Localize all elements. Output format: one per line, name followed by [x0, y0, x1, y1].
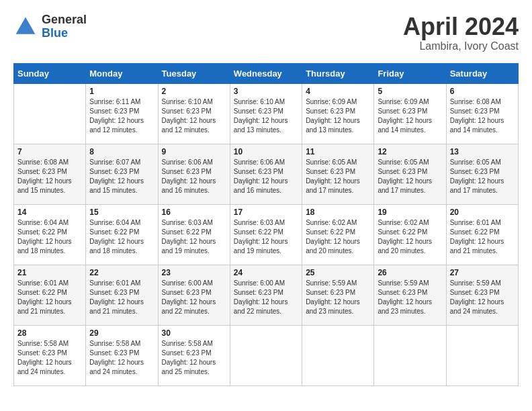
- calendar-cell: 19 Sunrise: 6:02 AMSunset: 6:22 PMDaylig…: [374, 204, 446, 265]
- page-header: General Blue April 2024 Lambira, Ivory C…: [13, 13, 519, 52]
- calendar-cell: 8 Sunrise: 6:07 AMSunset: 6:23 PMDayligh…: [86, 144, 158, 204]
- cell-info: Sunrise: 5:58 AMSunset: 6:23 PMDaylight:…: [162, 339, 226, 377]
- calendar-cell: [14, 83, 86, 144]
- cell-info: Sunrise: 6:04 AMSunset: 6:22 PMDaylight:…: [17, 218, 82, 256]
- calendar-cell: 3 Sunrise: 6:10 AMSunset: 6:23 PMDayligh…: [230, 83, 302, 144]
- cell-info: Sunrise: 6:00 AMSunset: 6:23 PMDaylight:…: [162, 279, 226, 316]
- logo-general-text: General: [42, 13, 87, 27]
- day-number: 23: [162, 268, 226, 277]
- calendar-week-5: 28 Sunrise: 5:58 AMSunset: 6:23 PMDaylig…: [14, 325, 519, 385]
- col-monday: Monday: [86, 63, 158, 83]
- calendar-cell: 4 Sunrise: 6:09 AMSunset: 6:23 PMDayligh…: [302, 83, 374, 144]
- day-number: 10: [234, 147, 298, 156]
- calendar-cell: 7 Sunrise: 6:08 AMSunset: 6:23 PMDayligh…: [14, 144, 86, 204]
- calendar-week-1: 1 Sunrise: 6:11 AMSunset: 6:23 PMDayligh…: [14, 83, 519, 144]
- day-number: 30: [162, 328, 226, 338]
- cell-info: Sunrise: 6:05 AMSunset: 6:23 PMDaylight:…: [306, 158, 370, 195]
- calendar-cell: 14 Sunrise: 6:04 AMSunset: 6:22 PMDaylig…: [14, 204, 86, 265]
- day-number: 27: [450, 268, 515, 277]
- logo: General Blue: [13, 13, 87, 40]
- cell-info: Sunrise: 5:59 AMSunset: 6:23 PMDaylight:…: [450, 279, 515, 316]
- cell-info: Sunrise: 6:02 AMSunset: 6:22 PMDaylight:…: [306, 218, 370, 256]
- day-number: 9: [162, 147, 226, 156]
- day-number: 22: [89, 268, 154, 277]
- day-number: 7: [17, 147, 82, 156]
- day-number: 25: [306, 268, 370, 277]
- calendar-cell: 30 Sunrise: 5:58 AMSunset: 6:23 PMDaylig…: [158, 325, 230, 385]
- calendar-body: 1 Sunrise: 6:11 AMSunset: 6:23 PMDayligh…: [14, 83, 519, 385]
- col-saturday: Saturday: [446, 63, 518, 83]
- svg-marker-0: [16, 17, 36, 34]
- day-number: 28: [17, 328, 82, 338]
- day-number: 29: [89, 328, 154, 338]
- cell-info: Sunrise: 6:05 AMSunset: 6:23 PMDaylight:…: [378, 158, 442, 195]
- day-number: 15: [89, 208, 154, 217]
- day-number: 18: [306, 208, 370, 217]
- calendar-cell: 2 Sunrise: 6:10 AMSunset: 6:23 PMDayligh…: [158, 83, 230, 144]
- calendar-week-4: 21 Sunrise: 6:01 AMSunset: 6:22 PMDaylig…: [14, 265, 519, 325]
- calendar-cell: 10 Sunrise: 6:06 AMSunset: 6:23 PMDaylig…: [230, 144, 302, 204]
- calendar-cell: 16 Sunrise: 6:03 AMSunset: 6:22 PMDaylig…: [158, 204, 230, 265]
- calendar-cell: 23 Sunrise: 6:00 AMSunset: 6:23 PMDaylig…: [158, 265, 230, 325]
- calendar-cell: 13 Sunrise: 6:05 AMSunset: 6:23 PMDaylig…: [446, 144, 518, 204]
- cell-info: Sunrise: 5:58 AMSunset: 6:23 PMDaylight:…: [89, 339, 154, 377]
- cell-info: Sunrise: 6:08 AMSunset: 6:23 PMDaylight:…: [17, 158, 82, 195]
- day-number: 21: [17, 268, 82, 277]
- logo-blue-text: Blue: [42, 27, 87, 40]
- calendar-cell: 1 Sunrise: 6:11 AMSunset: 6:23 PMDayligh…: [86, 83, 158, 144]
- day-number: 13: [450, 147, 515, 156]
- logo-icon: [13, 15, 38, 39]
- col-tuesday: Tuesday: [158, 63, 230, 83]
- cell-info: Sunrise: 6:09 AMSunset: 6:23 PMDaylight:…: [378, 97, 442, 135]
- calendar-cell: 12 Sunrise: 6:05 AMSunset: 6:23 PMDaylig…: [374, 144, 446, 204]
- calendar-cell: 6 Sunrise: 6:08 AMSunset: 6:23 PMDayligh…: [446, 83, 518, 144]
- calendar-cell: [230, 325, 302, 385]
- cell-info: Sunrise: 6:04 AMSunset: 6:22 PMDaylight:…: [89, 218, 154, 256]
- calendar-cell: 18 Sunrise: 6:02 AMSunset: 6:22 PMDaylig…: [302, 204, 374, 265]
- day-number: 26: [378, 268, 442, 277]
- day-number: 17: [234, 208, 298, 217]
- cell-info: Sunrise: 5:58 AMSunset: 6:23 PMDaylight:…: [17, 339, 82, 377]
- day-number: 20: [450, 208, 515, 217]
- day-number: 19: [378, 208, 442, 217]
- cell-info: Sunrise: 6:01 AMSunset: 6:22 PMDaylight:…: [450, 218, 515, 256]
- calendar-cell: 5 Sunrise: 6:09 AMSunset: 6:23 PMDayligh…: [374, 83, 446, 144]
- cell-info: Sunrise: 6:10 AMSunset: 6:23 PMDaylight:…: [162, 97, 226, 135]
- calendar-cell: 11 Sunrise: 6:05 AMSunset: 6:23 PMDaylig…: [302, 144, 374, 204]
- day-number: 1: [89, 87, 154, 96]
- calendar-week-2: 7 Sunrise: 6:08 AMSunset: 6:23 PMDayligh…: [14, 144, 519, 204]
- cell-info: Sunrise: 6:01 AMSunset: 6:23 PMDaylight:…: [89, 279, 154, 316]
- calendar-cell: [374, 325, 446, 385]
- cell-info: Sunrise: 6:07 AMSunset: 6:23 PMDaylight:…: [89, 158, 154, 195]
- day-number: 24: [234, 268, 298, 277]
- day-number: 4: [306, 87, 370, 96]
- calendar-cell: 27 Sunrise: 5:59 AMSunset: 6:23 PMDaylig…: [446, 265, 518, 325]
- cell-info: Sunrise: 5:59 AMSunset: 6:23 PMDaylight:…: [306, 279, 370, 316]
- col-friday: Friday: [374, 63, 446, 83]
- calendar-cell: 26 Sunrise: 5:59 AMSunset: 6:23 PMDaylig…: [374, 265, 446, 325]
- day-number: 6: [450, 87, 515, 96]
- col-thursday: Thursday: [302, 63, 374, 83]
- calendar-cell: 20 Sunrise: 6:01 AMSunset: 6:22 PMDaylig…: [446, 204, 518, 265]
- calendar-table: Sunday Monday Tuesday Wednesday Thursday…: [13, 63, 519, 386]
- cell-info: Sunrise: 6:09 AMSunset: 6:23 PMDaylight:…: [306, 97, 370, 135]
- location-subtitle: Lambira, Ivory Coast: [403, 40, 519, 52]
- calendar-cell: 28 Sunrise: 5:58 AMSunset: 6:23 PMDaylig…: [14, 325, 86, 385]
- day-number: 8: [89, 147, 154, 156]
- cell-info: Sunrise: 6:03 AMSunset: 6:22 PMDaylight:…: [162, 218, 226, 256]
- day-number: 3: [234, 87, 298, 96]
- cell-info: Sunrise: 6:11 AMSunset: 6:23 PMDaylight:…: [89, 97, 154, 135]
- cell-info: Sunrise: 6:05 AMSunset: 6:23 PMDaylight:…: [450, 158, 515, 195]
- cell-info: Sunrise: 6:01 AMSunset: 6:22 PMDaylight:…: [17, 279, 82, 316]
- logo-text: General Blue: [42, 13, 87, 40]
- cell-info: Sunrise: 6:08 AMSunset: 6:23 PMDaylight:…: [450, 97, 515, 135]
- cell-info: Sunrise: 6:10 AMSunset: 6:23 PMDaylight:…: [234, 97, 298, 135]
- calendar-cell: 17 Sunrise: 6:03 AMSunset: 6:22 PMDaylig…: [230, 204, 302, 265]
- day-number: 2: [162, 87, 226, 96]
- calendar-cell: 25 Sunrise: 5:59 AMSunset: 6:23 PMDaylig…: [302, 265, 374, 325]
- month-title: April 2024: [403, 13, 519, 40]
- calendar-header: Sunday Monday Tuesday Wednesday Thursday…: [14, 63, 519, 83]
- col-wednesday: Wednesday: [230, 63, 302, 83]
- header-row: Sunday Monday Tuesday Wednesday Thursday…: [14, 63, 519, 83]
- cell-info: Sunrise: 6:06 AMSunset: 6:23 PMDaylight:…: [234, 158, 298, 195]
